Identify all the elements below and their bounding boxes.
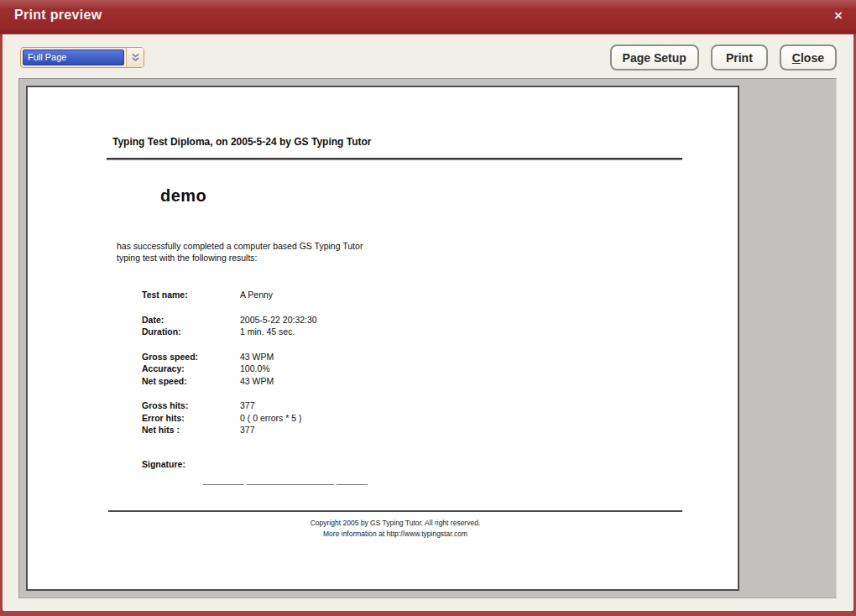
result-row: Gross hits:377: [142, 399, 317, 412]
close-button-initial: C: [792, 51, 801, 65]
result-label: Net hits :: [142, 424, 240, 436]
result-value: 43 WPM: [240, 352, 274, 362]
result-value: 100.0%: [240, 363, 270, 373]
zoom-select[interactable]: Full Page: [20, 47, 144, 68]
result-value: A Penny: [240, 290, 273, 300]
result-label: Net speed:: [142, 375, 240, 388]
header-rule: [107, 158, 682, 160]
result-row: Date:2005-5-22 20:32:30: [142, 314, 317, 326]
result-value: 377: [240, 400, 255, 410]
result-row: Gross speed:43 WPM: [142, 351, 317, 363]
dialog-content: Full Page Page Setup Print Close Typing …: [3, 34, 853, 611]
recipient-name: demo: [160, 186, 206, 206]
zoom-select-value: Full Page: [23, 50, 124, 65]
result-row: Net hits :377: [142, 424, 317, 436]
result-row: Test name:A Penny: [142, 289, 317, 301]
titlebar: Print preview ×: [0, 0, 856, 34]
intro-text: has successfully completed a computer ba…: [117, 240, 363, 264]
titlebar-close-icon[interactable]: ×: [834, 6, 843, 26]
result-value: 2005-5-22 20:32:30: [240, 315, 317, 325]
result-value: 1 min. 45 sec.: [240, 326, 295, 337]
intro-line-1: has successfully completed a computer ba…: [117, 240, 363, 252]
print-button[interactable]: Print: [711, 44, 768, 70]
diploma-header: Typing Test Diploma, on 2005-5-24 by GS …: [112, 136, 371, 148]
close-button-rest: lose: [801, 51, 824, 65]
result-group: Gross speed:43 WPMAccuracy:100.0%Net spe…: [142, 351, 317, 388]
result-group: Test name:A Penny: [142, 289, 317, 301]
result-value: 377: [240, 425, 255, 435]
close-button[interactable]: Close: [780, 44, 837, 70]
result-value: 43 WPM: [240, 376, 274, 386]
result-group: Gross hits:377Error hits:0 ( 0 errors * …: [142, 399, 317, 436]
result-row: Accuracy:100.0%: [142, 363, 317, 375]
results-list: Test name:A PennyDate:2005-5-22 20:32:30…: [142, 289, 317, 449]
window-title: Print preview: [14, 8, 102, 23]
result-label: Accuracy:: [142, 363, 240, 375]
intro-line-2: typing test with the following results:: [117, 252, 363, 264]
chevron-down-icon: [131, 53, 140, 62]
result-label: Date:: [142, 314, 240, 326]
result-label: Gross speed:: [142, 351, 240, 363]
document-page: Typing Test Diploma, on 2005-5-24 by GS …: [26, 86, 739, 591]
result-value: 0 ( 0 errors * 5 ): [240, 413, 302, 423]
toolbar-buttons: Page Setup Print Close: [610, 44, 837, 70]
result-group: Date:2005-5-22 20:32:30Duration:1 min. 4…: [142, 314, 317, 338]
result-label: Error hits:: [142, 412, 240, 425]
result-label: Test name:: [142, 289, 240, 301]
result-label: Duration:: [142, 326, 240, 338]
result-row: Error hits:0 ( 0 errors * 5 ): [142, 412, 317, 425]
preview-area[interactable]: Typing Test Diploma, on 2005-5-24 by GS …: [18, 78, 837, 598]
result-row: Net speed:43 WPM: [142, 375, 317, 388]
page-setup-button[interactable]: Page Setup: [610, 44, 699, 70]
footer-text: Copyright 2005 by GS Typing Tutor. All r…: [108, 518, 682, 540]
footer-line-1: Copyright 2005 by GS Typing Tutor. All r…: [108, 518, 682, 529]
result-row: Duration:1 min. 45 sec.: [142, 326, 317, 338]
footer-line-2: More information at http://www.typingsta…: [108, 529, 682, 540]
signature-line: ________ _________________ ______: [203, 475, 368, 485]
print-preview-dialog: Print preview × Full Page Page Setup Pri…: [0, 0, 856, 616]
signature-label: Signature:: [142, 459, 185, 469]
result-label: Gross hits:: [142, 399, 240, 412]
footer-rule: [108, 510, 682, 512]
zoom-select-dropdown-button[interactable]: [126, 48, 144, 67]
